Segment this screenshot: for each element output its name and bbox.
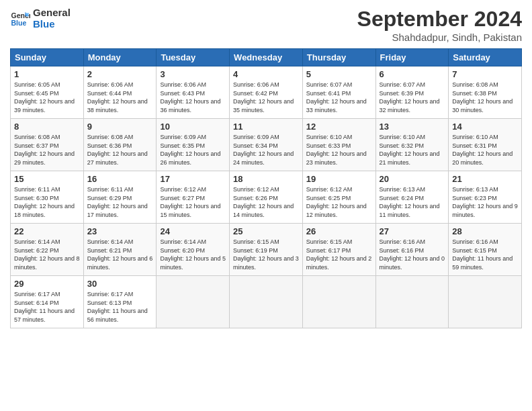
table-row: 26Sunrise: 6:15 AM Sunset: 6:17 PM Dayli…	[302, 224, 375, 276]
table-row: 28Sunrise: 6:16 AM Sunset: 6:15 PM Dayli…	[449, 224, 522, 276]
col-saturday: Saturday	[449, 49, 522, 66]
table-row: 13Sunrise: 6:10 AM Sunset: 6:32 PM Dayli…	[375, 119, 449, 171]
logo-text-general: General	[33, 7, 71, 18]
page-container: General Blue General Blue September 2024…	[0, 0, 532, 335]
table-row: 22Sunrise: 6:14 AM Sunset: 6:22 PM Dayli…	[11, 224, 84, 276]
table-row: 2Sunrise: 6:06 AM Sunset: 6:44 PM Daylig…	[83, 66, 157, 119]
table-row: 29Sunrise: 6:17 AM Sunset: 6:14 PM Dayli…	[11, 276, 84, 328]
svg-text:Blue: Blue	[11, 19, 27, 27]
logo-text-blue: Blue	[33, 18, 71, 30]
logo: General Blue General Blue	[10, 7, 71, 30]
table-row: 3Sunrise: 6:06 AM Sunset: 6:43 PM Daylig…	[157, 66, 230, 119]
table-row	[375, 276, 449, 328]
table-row: 19Sunrise: 6:12 AM Sunset: 6:25 PM Dayli…	[302, 171, 375, 224]
col-friday: Friday	[375, 49, 449, 66]
table-row: 21Sunrise: 6:13 AM Sunset: 6:23 PM Dayli…	[449, 171, 522, 224]
table-row: 11Sunrise: 6:09 AM Sunset: 6:34 PM Dayli…	[230, 119, 303, 171]
table-row: 24Sunrise: 6:14 AM Sunset: 6:20 PM Dayli…	[157, 224, 230, 276]
table-row: 12Sunrise: 6:10 AM Sunset: 6:33 PM Dayli…	[302, 119, 375, 171]
col-tuesday: Tuesday	[157, 49, 230, 66]
col-sunday: Sunday	[11, 49, 84, 66]
table-row: 23Sunrise: 6:14 AM Sunset: 6:21 PM Dayli…	[83, 224, 157, 276]
title-block: September 2024 Shahdadpur, Sindh, Pakist…	[357, 7, 522, 43]
table-row: 4Sunrise: 6:06 AM Sunset: 6:42 PM Daylig…	[230, 66, 303, 119]
calendar-table: Sunday Monday Tuesday Wednesday Thursday…	[10, 48, 522, 328]
col-thursday: Thursday	[302, 49, 375, 66]
calendar-week-row: 8Sunrise: 6:08 AM Sunset: 6:37 PM Daylig…	[11, 119, 522, 171]
table-row: 10Sunrise: 6:09 AM Sunset: 6:35 PM Dayli…	[157, 119, 230, 171]
table-row: 8Sunrise: 6:08 AM Sunset: 6:37 PM Daylig…	[11, 119, 84, 171]
calendar-week-row: 15Sunrise: 6:11 AM Sunset: 6:30 PM Dayli…	[11, 171, 522, 224]
table-row: 25Sunrise: 6:15 AM Sunset: 6:19 PM Dayli…	[230, 224, 303, 276]
table-row: 6Sunrise: 6:07 AM Sunset: 6:39 PM Daylig…	[375, 66, 449, 119]
header-row: Sunday Monday Tuesday Wednesday Thursday…	[11, 49, 522, 66]
table-row	[230, 276, 303, 328]
table-row: 30Sunrise: 6:17 AM Sunset: 6:13 PM Dayli…	[83, 276, 157, 328]
calendar-body: 1Sunrise: 6:05 AM Sunset: 6:45 PM Daylig…	[11, 66, 522, 328]
col-wednesday: Wednesday	[230, 49, 303, 66]
calendar-week-row: 1Sunrise: 6:05 AM Sunset: 6:45 PM Daylig…	[11, 66, 522, 119]
table-row: 7Sunrise: 6:08 AM Sunset: 6:38 PM Daylig…	[449, 66, 522, 119]
table-row: 27Sunrise: 6:16 AM Sunset: 6:16 PM Dayli…	[375, 224, 449, 276]
month-year-title: September 2024	[357, 7, 522, 32]
table-row: 1Sunrise: 6:05 AM Sunset: 6:45 PM Daylig…	[11, 66, 84, 119]
table-row	[302, 276, 375, 328]
table-row: 15Sunrise: 6:11 AM Sunset: 6:30 PM Dayli…	[11, 171, 84, 224]
calendar-week-row: 29Sunrise: 6:17 AM Sunset: 6:14 PM Dayli…	[11, 276, 522, 328]
location-subtitle: Shahdadpur, Sindh, Pakistan	[357, 32, 522, 43]
table-row: 18Sunrise: 6:12 AM Sunset: 6:26 PM Dayli…	[230, 171, 303, 224]
table-row: 20Sunrise: 6:13 AM Sunset: 6:24 PM Dayli…	[375, 171, 449, 224]
table-row	[157, 276, 230, 328]
table-row: 16Sunrise: 6:11 AM Sunset: 6:29 PM Dayli…	[83, 171, 157, 224]
table-row: 17Sunrise: 6:12 AM Sunset: 6:27 PM Dayli…	[157, 171, 230, 224]
table-row: 9Sunrise: 6:08 AM Sunset: 6:36 PM Daylig…	[83, 119, 157, 171]
header: General Blue General Blue September 2024…	[10, 7, 522, 43]
table-row: 5Sunrise: 6:07 AM Sunset: 6:41 PM Daylig…	[302, 66, 375, 119]
table-row	[449, 276, 522, 328]
calendar-week-row: 22Sunrise: 6:14 AM Sunset: 6:22 PM Dayli…	[11, 224, 522, 276]
table-row: 14Sunrise: 6:10 AM Sunset: 6:31 PM Dayli…	[449, 119, 522, 171]
col-monday: Monday	[83, 49, 157, 66]
logo-icon: General Blue	[10, 8, 30, 28]
